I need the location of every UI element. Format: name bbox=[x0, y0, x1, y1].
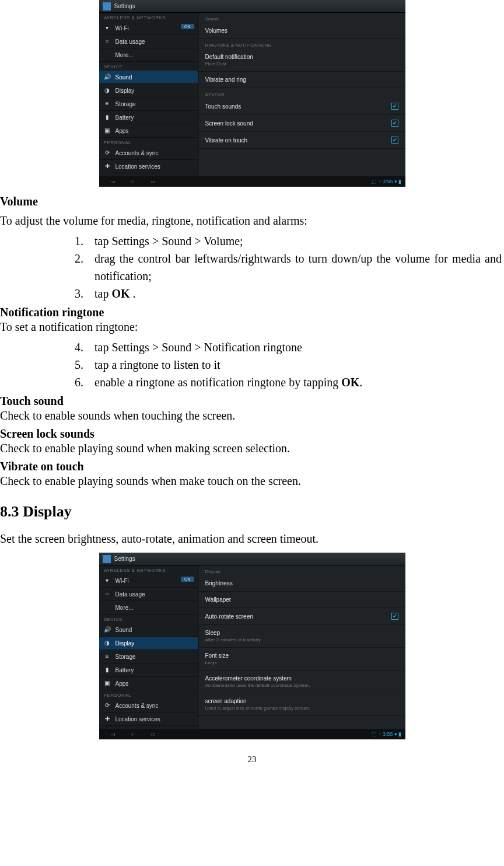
app-topbar: Settings bbox=[99, 0, 405, 13]
toggle-on-badge[interactable]: ON bbox=[181, 24, 194, 29]
heading-volume: Volume bbox=[0, 195, 504, 208]
sidebar-item[interactable]: 🔊Sound bbox=[99, 623, 198, 637]
detail-row[interactable]: Screen lock sound✔ bbox=[198, 115, 405, 132]
sidebar-item[interactable]: More... bbox=[99, 48, 198, 62]
figure-display-settings: SettingsWIRELESS & NETWORKS▾Wi-FiON○Data… bbox=[0, 553, 504, 739]
detail-row[interactable]: Accelerometer coordinate systemAccelerom… bbox=[198, 671, 405, 693]
sidebar-item[interactable]: ▮Battery bbox=[99, 664, 198, 677]
system-navbar: ◅○▭⬚ ↑ 3:55 ▾ ▮ bbox=[99, 176, 405, 187]
list-item-text: tap Settings > Sound > Notification ring… bbox=[94, 338, 504, 356]
app-title: Settings bbox=[114, 556, 135, 562]
list-item: 1.tap Settings > Sound > Volume; bbox=[0, 232, 504, 250]
checkbox-icon[interactable]: ✔ bbox=[391, 103, 398, 110]
detail-row-label: Auto-rotate screen bbox=[205, 613, 253, 620]
sidebar-item-label: Wi-Fi bbox=[116, 578, 129, 584]
detail-row-label: Volumes bbox=[205, 27, 228, 34]
home-icon[interactable]: ○ bbox=[131, 179, 134, 184]
detail-row-label: Font size bbox=[205, 652, 229, 659]
sidebar-section-header: DEVICE bbox=[99, 62, 198, 71]
heading-vibrate-on-touch: Vibrate on touch bbox=[0, 460, 84, 473]
sidebar-section-header: PERSONAL bbox=[99, 138, 198, 146]
toggle-on-badge[interactable]: ON bbox=[181, 577, 194, 582]
sidebar-item[interactable]: ○Data usage bbox=[99, 588, 198, 601]
list-item-number: 2. bbox=[75, 250, 94, 285]
back-icon[interactable]: ◅ bbox=[111, 731, 115, 737]
sidebar-item[interactable]: 🔒Security bbox=[99, 173, 198, 176]
app-title: Settings bbox=[114, 3, 135, 9]
detail-row[interactable]: Auto-rotate screen✔ bbox=[198, 608, 405, 625]
sidebar-item-label: Display bbox=[116, 640, 135, 647]
sidebar-item-label: Battery bbox=[116, 114, 134, 121]
detail-row[interactable]: SleepAfter 2 minutes of inactivity bbox=[198, 625, 405, 648]
sidebar-item-icon: 🔊 bbox=[104, 626, 111, 633]
detail-row[interactable]: Default notificationPixie Dust bbox=[198, 49, 405, 72]
sidebar-item[interactable]: ○Data usage bbox=[99, 35, 198, 48]
sidebar-item[interactable]: ✚Location services bbox=[99, 713, 198, 726]
heading-8-3-display: 8.3 Display bbox=[0, 503, 504, 521]
sidebar-item-icon: ◑ bbox=[104, 87, 111, 94]
detail-row-sublabel: After 2 minutes of inactivity bbox=[205, 637, 261, 642]
detail-row[interactable]: Touch sounds✔ bbox=[198, 98, 405, 115]
checkbox-icon[interactable]: ✔ bbox=[391, 137, 398, 144]
sidebar-item-label: Display bbox=[116, 88, 135, 94]
sidebar-item[interactable]: 🔒Security bbox=[99, 726, 198, 729]
sidebar-item[interactable]: More... bbox=[99, 601, 198, 614]
detail-row[interactable]: Vibrate on touch✔ bbox=[198, 132, 405, 149]
detail-row-label: Vibrate and ring bbox=[205, 76, 246, 83]
text-volume-intro: To adjust the volume for media, ringtone… bbox=[0, 213, 504, 229]
checkbox-icon[interactable]: ✔ bbox=[391, 613, 398, 620]
sidebar-item[interactable]: ▾Wi-FiON bbox=[99, 22, 198, 35]
sidebar-section-header: PERSONAL bbox=[99, 690, 198, 699]
detail-row[interactable]: Font sizeLarge bbox=[198, 648, 405, 671]
sidebar-item-label: Apps bbox=[116, 680, 129, 687]
recents-icon[interactable]: ▭ bbox=[150, 179, 156, 184]
sidebar-item[interactable]: ⟳Accounts & sync bbox=[99, 699, 198, 713]
sidebar-item[interactable]: ▣Apps bbox=[99, 677, 198, 690]
sidebar-item[interactable]: ▾Wi-FiON bbox=[99, 574, 198, 588]
sidebar-item[interactable]: ⟳Accounts & sync bbox=[99, 146, 198, 160]
sidebar-item-icon: ▣ bbox=[104, 127, 111, 134]
detail-row[interactable]: screen adaptionUsed to adjust size of so… bbox=[198, 693, 405, 716]
sidebar-item-icon: ◑ bbox=[104, 640, 111, 647]
list-item-number: 5. bbox=[75, 356, 94, 373]
status-area: ⬚ ↑ 3:55 ▾ ▮ bbox=[372, 179, 401, 184]
home-icon[interactable]: ○ bbox=[131, 731, 134, 737]
sidebar-item[interactable]: 🔊Sound bbox=[99, 71, 198, 84]
back-icon[interactable]: ◅ bbox=[111, 179, 115, 184]
list-item-number: 6. bbox=[75, 373, 94, 391]
sidebar-item-label: Location services bbox=[116, 716, 160, 722]
detail-section-header: Sound bbox=[198, 13, 405, 23]
text-screen-lock-sounds: Check to enable playing sound when makin… bbox=[0, 441, 504, 456]
sidebar-item[interactable]: ▣Apps bbox=[99, 124, 198, 138]
sidebar-item-icon: ▮ bbox=[104, 114, 111, 121]
list-item: 2.drag the control bar leftwards/rightwa… bbox=[0, 250, 504, 285]
sidebar-item[interactable]: ≡Storage bbox=[99, 650, 198, 664]
sidebar-item-label: Sound bbox=[116, 74, 132, 81]
list-item-text: enable a ringtone as notification ringto… bbox=[94, 373, 504, 391]
sidebar-item-icon: ▾ bbox=[104, 25, 111, 32]
sidebar-item-label: Data usage bbox=[116, 591, 145, 598]
heading-screen-lock-sounds: Screen lock sounds bbox=[0, 427, 94, 440]
checkbox-icon[interactable]: ✔ bbox=[391, 120, 398, 127]
status-time: ⬚ ↑ 3:55 ▾ ▮ bbox=[372, 179, 401, 184]
recents-icon[interactable]: ▭ bbox=[150, 731, 156, 737]
figure-sound-settings: SettingsWIRELESS & NETWORKS▾Wi-FiON○Data… bbox=[0, 0, 504, 187]
sidebar-item[interactable]: ◑Display bbox=[99, 637, 198, 650]
detail-row[interactable]: Wallpaper bbox=[198, 592, 405, 608]
detail-row[interactable]: Brightness bbox=[198, 575, 405, 592]
detail-row[interactable]: Volumes bbox=[198, 23, 405, 39]
sidebar-item[interactable]: ✚Location services bbox=[99, 160, 198, 173]
sidebar-item-label: Apps bbox=[116, 128, 129, 134]
list-item-text: drag the control bar leftwards/rightward… bbox=[94, 250, 504, 285]
sidebar-item-icon: ✚ bbox=[104, 163, 111, 170]
sidebar-item-label: Wi-Fi bbox=[116, 25, 129, 32]
settings-sidebar: WIRELESS & NETWORKS▾Wi-FiON○Data usageMo… bbox=[99, 13, 198, 176]
detail-row[interactable]: Vibrate and ring bbox=[198, 72, 405, 88]
text-display-intro: Set the screen brightness, auto-rotate, … bbox=[0, 531, 504, 547]
list-item: 6.enable a ringtone as notification ring… bbox=[0, 373, 504, 391]
sidebar-item[interactable]: ◑Display bbox=[99, 84, 198, 97]
detail-row-label: Sleep bbox=[205, 630, 261, 636]
sidebar-item[interactable]: ≡Storage bbox=[99, 97, 198, 111]
sidebar-item-label: Data usage bbox=[116, 39, 145, 45]
sidebar-item[interactable]: ▮Battery bbox=[99, 111, 198, 124]
